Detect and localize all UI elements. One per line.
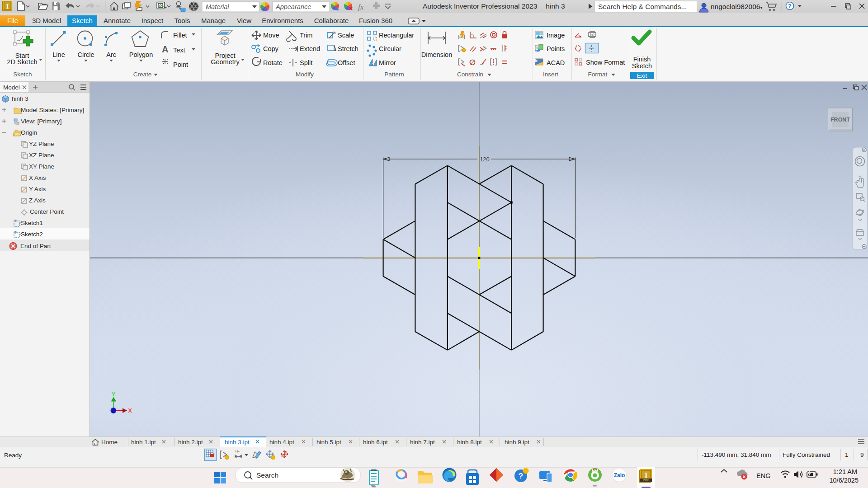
svg-text:hinh 3.ipt: hinh 3.ipt: [225, 439, 250, 446]
svg-text:9: 9: [860, 451, 864, 458]
svg-text:hinh 8.ipt: hinh 8.ipt: [457, 439, 482, 446]
svg-text:X: X: [128, 407, 132, 414]
svg-text:Z: Z: [112, 408, 115, 413]
svg-text:Zalo: Zalo: [614, 472, 625, 479]
svg-text:120: 120: [480, 156, 490, 163]
svg-text:hinh 2.ipt: hinh 2.ipt: [178, 439, 203, 446]
svg-text:1:21 AM: 1:21 AM: [833, 468, 857, 475]
svg-text:hinh 5.ipt: hinh 5.ipt: [316, 439, 341, 446]
svg-text:hinh 6.ipt: hinh 6.ipt: [363, 439, 388, 446]
svg-text:ENG: ENG: [756, 472, 770, 479]
svg-text:Home: Home: [101, 439, 118, 446]
svg-text:Ready: Ready: [4, 452, 22, 459]
svg-text:I: I: [645, 471, 647, 479]
svg-text:?: ?: [519, 472, 523, 480]
svg-text:PRO: PRO: [643, 479, 649, 482]
svg-text:1: 1: [845, 451, 849, 458]
svg-text:hinh 4.ipt: hinh 4.ipt: [269, 439, 294, 446]
svg-text:hinh 9.ipt: hinh 9.ipt: [505, 439, 529, 446]
svg-text:Fully Constrained: Fully Constrained: [783, 451, 830, 458]
svg-text:+/-: +/-: [235, 449, 240, 454]
svg-text:hinh 1.ipt: hinh 1.ipt: [131, 439, 156, 446]
svg-text:Y: Y: [112, 391, 116, 398]
svg-text:FRONT: FRONT: [830, 117, 850, 123]
svg-text:Search: Search: [256, 471, 278, 479]
svg-text:10/6/2025: 10/6/2025: [829, 477, 859, 484]
svg-text:-113.490 mm, 31.840 mm: -113.490 mm, 31.840 mm: [702, 451, 771, 458]
svg-text:hinh 7.ipt: hinh 7.ipt: [410, 439, 435, 446]
